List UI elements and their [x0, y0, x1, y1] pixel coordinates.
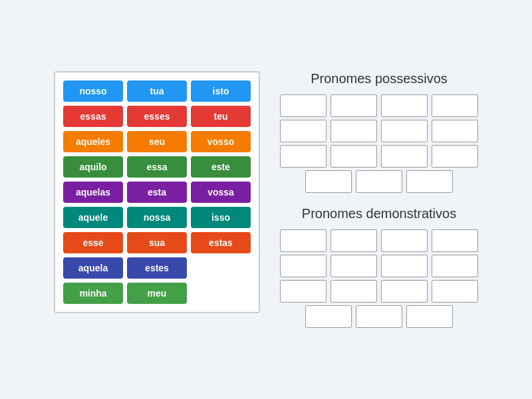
demonstrativos-row-3	[280, 280, 478, 303]
drop-box[interactable]	[331, 94, 377, 117]
tile-esses[interactable]: esses	[127, 106, 187, 127]
word-bank: nosso tua isto essas esses teu aqueles s…	[54, 71, 260, 313]
drop-box[interactable]	[432, 229, 478, 252]
drop-box[interactable]	[280, 94, 327, 117]
tile-minha[interactable]: minha	[63, 283, 123, 304]
drop-box[interactable]	[280, 229, 327, 252]
drop-box[interactable]	[331, 280, 377, 303]
tile-aqueles[interactable]: aqueles	[63, 131, 123, 152]
demonstrativos-row-4	[280, 305, 478, 328]
tile-estas[interactable]: estas	[191, 232, 251, 253]
drop-box[interactable]	[432, 145, 478, 168]
possessivos-title: Pronomes possessivos	[280, 71, 478, 86]
demonstrativos-row-2	[280, 255, 478, 277]
main-container: nosso tua isto essas esses teu aqueles s…	[41, 58, 491, 341]
drop-box[interactable]	[432, 255, 478, 277]
demonstrativos-title: Pronomes demonstrativos	[280, 206, 478, 221]
drop-box[interactable]	[331, 145, 377, 168]
tile-aquelas[interactable]: aquelas	[63, 182, 123, 203]
drop-box[interactable]	[381, 94, 428, 117]
possessivos-row-1	[280, 94, 478, 117]
tile-aquilo[interactable]: aquilo	[63, 156, 123, 178]
drop-box[interactable]	[305, 305, 352, 328]
tile-essa[interactable]: essa	[127, 156, 187, 178]
drop-box[interactable]	[406, 305, 453, 328]
tile-meu[interactable]: meu	[127, 283, 187, 304]
tile-esse[interactable]: esse	[63, 232, 123, 253]
drop-box[interactable]	[356, 305, 402, 328]
right-panel: Pronomes possessivos	[280, 71, 478, 328]
drop-box[interactable]	[432, 280, 478, 303]
drop-box[interactable]	[381, 120, 428, 142]
tile-aquele[interactable]: aquele	[63, 207, 123, 228]
tile-esta[interactable]: esta	[127, 182, 187, 203]
tile-nossa[interactable]: nossa	[127, 207, 187, 228]
drop-box[interactable]	[381, 229, 428, 252]
drop-box[interactable]	[280, 255, 327, 277]
tile-seu[interactable]: seu	[127, 131, 187, 152]
possessivos-row-3	[280, 145, 478, 168]
drop-box[interactable]	[356, 170, 402, 193]
tile-tua[interactable]: tua	[127, 80, 187, 102]
tile-estes[interactable]: estes	[127, 257, 187, 279]
tile-teu[interactable]: teu	[191, 106, 251, 127]
drop-box[interactable]	[406, 170, 453, 193]
drop-box[interactable]	[381, 255, 428, 277]
drop-box[interactable]	[305, 170, 352, 193]
drop-box[interactable]	[432, 120, 478, 142]
drop-box[interactable]	[331, 120, 377, 142]
tile-nosso[interactable]: nosso	[63, 80, 123, 102]
drop-box[interactable]	[331, 229, 377, 252]
tile-vossa[interactable]: vossa	[191, 182, 251, 203]
possessivos-section: Pronomes possessivos	[280, 71, 478, 193]
tile-sua[interactable]: sua	[127, 232, 187, 253]
tile-vosso[interactable]: vosso	[191, 131, 251, 152]
possessivos-row-4	[280, 170, 478, 193]
drop-box[interactable]	[280, 120, 327, 142]
possessivos-row-2	[280, 120, 478, 142]
tile-isso[interactable]: isso	[191, 207, 251, 228]
tile-este[interactable]: este	[191, 156, 251, 178]
tile-isto[interactable]: isto	[191, 80, 251, 102]
drop-box[interactable]	[280, 280, 327, 303]
demonstrativos-section: Pronomes demonstrativos	[280, 206, 478, 328]
tile-essas[interactable]: essas	[63, 106, 123, 127]
demonstrativos-row-1	[280, 229, 478, 252]
drop-box[interactable]	[280, 145, 327, 168]
drop-box[interactable]	[432, 94, 478, 117]
tile-aquela[interactable]: aquela	[63, 257, 123, 279]
drop-box[interactable]	[331, 255, 377, 277]
drop-box[interactable]	[381, 280, 428, 303]
drop-box[interactable]	[381, 145, 428, 168]
